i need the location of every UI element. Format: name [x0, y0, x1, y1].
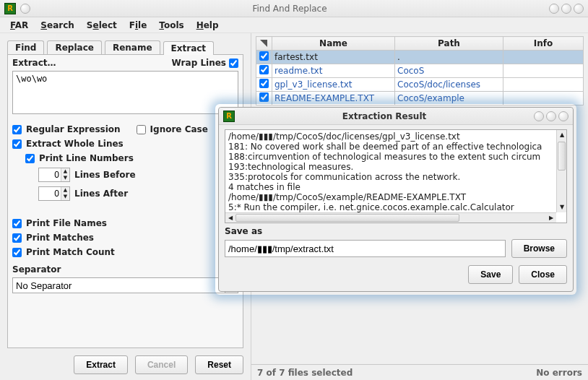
row-checkbox[interactable] — [259, 51, 269, 61]
tab-find[interactable]: Find — [7, 40, 44, 54]
save-button[interactable]: Save — [468, 265, 513, 284]
lines-before-spinner[interactable]: ▲▼ — [38, 168, 70, 182]
spin-up-icon[interactable]: ▲ — [61, 187, 69, 194]
print-matches-checkbox[interactable] — [12, 233, 22, 243]
separator-input[interactable] — [13, 278, 225, 293]
status-files-selected: 7 of 7 files selected — [257, 368, 353, 378]
scroll-up-icon[interactable]: ▲ — [558, 131, 566, 139]
extraction-result-dialog: R Extraction Result /home/▮▮▮/tmp/CocoS/… — [218, 107, 574, 292]
ignore-case-checkbox[interactable] — [137, 125, 146, 134]
result-line: 4 matches in file — [228, 182, 563, 192]
lines-after-input[interactable] — [39, 187, 61, 200]
table-row[interactable]: README-EXAMPLE.TXTCocoS/example — [256, 92, 584, 105]
minimize-icon[interactable] — [534, 111, 544, 121]
menu-help[interactable]: Help — [191, 19, 225, 32]
save-as-input[interactable] — [225, 240, 506, 257]
menu-file[interactable]: File — [124, 19, 153, 32]
tab-rename[interactable]: Rename — [105, 40, 160, 54]
extract-button[interactable]: Extract — [74, 355, 128, 374]
result-line: /home/▮▮▮/tmp/CocoS/example/README-EXAMP… — [228, 192, 563, 202]
dialog-titlebar[interactable]: R Extraction Result — [219, 108, 573, 125]
cell-path: CocoS — [395, 64, 503, 78]
extraction-result-textarea[interactable]: /home/▮▮▮/tmp/CocoS/doc/licenses/gpl_v3_… — [225, 129, 567, 223]
regex-checkbox[interactable] — [12, 125, 22, 134]
file-table[interactable]: Name Path Info fartest.txt.readme.txtCoc… — [256, 36, 584, 105]
table-row[interactable]: readme.txtCocoS — [256, 64, 584, 78]
whole-lines-checkbox[interactable] — [12, 139, 22, 149]
column-info[interactable]: Info — [503, 37, 584, 51]
menu-tools[interactable]: Tools — [153, 19, 189, 32]
reset-button[interactable]: Reset — [195, 355, 243, 374]
ignore-case-label: Ignore Case — [150, 124, 208, 134]
app-icon: R — [223, 111, 235, 122]
tab-bar: Find Replace Rename Extract — [7, 40, 243, 54]
print-match-count-checkbox[interactable] — [12, 248, 22, 257]
maximize-icon[interactable] — [561, 4, 571, 14]
spin-down-icon[interactable]: ▼ — [61, 175, 69, 181]
row-checkbox[interactable] — [259, 79, 269, 88]
separator-label: Separator — [12, 264, 238, 275]
scroll-thumb[interactable] — [558, 142, 566, 170]
result-line: 5:* Run the compiler, i.e. net.gnice.coc… — [228, 202, 563, 212]
menu-select[interactable]: Select — [81, 19, 123, 32]
scroll-right-icon[interactable]: ▶ — [547, 214, 555, 223]
column-name[interactable]: Name — [272, 37, 395, 51]
table-row[interactable]: fartest.txt. — [256, 51, 584, 64]
maximize-icon[interactable] — [546, 111, 556, 121]
column-path[interactable]: Path — [395, 37, 503, 51]
tab-replace[interactable]: Replace — [47, 40, 101, 54]
row-checkbox[interactable] — [259, 65, 269, 74]
cancel-button: Cancel — [135, 355, 188, 374]
left-button-bar: Extract Cancel Reset — [4, 353, 246, 377]
window-menu-icon[interactable] — [20, 4, 30, 14]
result-line: /home/▮▮▮/tmp/CocoS/doc/licenses/gpl_v3_… — [228, 131, 563, 142]
separator-dropdown[interactable]: ▼ — [12, 277, 238, 293]
scroll-left-icon[interactable]: ◀ — [226, 214, 235, 223]
column-select-all[interactable] — [256, 37, 272, 51]
result-line: 335:protocols for communication across t… — [228, 172, 563, 182]
browse-button[interactable]: Browse — [511, 239, 567, 258]
scroll-down-icon[interactable]: ▼ — [558, 203, 566, 212]
close-button[interactable]: Close — [519, 265, 567, 284]
print-line-numbers-label: Print Line Numbers — [39, 153, 134, 163]
close-icon[interactable] — [558, 111, 568, 121]
pattern-input[interactable]: \wo\wo — [12, 71, 238, 114]
wrap-lines-label: Wrap Lines — [172, 58, 226, 68]
result-line: 188:circumvention of technological measu… — [228, 152, 563, 162]
print-matches-label: Print Matches — [26, 233, 94, 243]
app-icon: R — [4, 3, 16, 14]
extract-label: Extract… — [12, 58, 56, 68]
table-row[interactable]: gpl_v3_license.txtCocoS/doc/licenses — [256, 78, 584, 92]
left-pane: Find Replace Rename Extract Extract… Wra… — [0, 33, 251, 380]
cell-name: gpl_v3_license.txt — [272, 78, 395, 92]
cell-info — [503, 51, 584, 64]
scroll-thumb[interactable] — [235, 214, 459, 222]
print-line-numbers-checkbox[interactable] — [25, 154, 35, 163]
dialog-title: Extraction Result — [239, 111, 529, 121]
menubar: FAR Search Select File Tools Help — [0, 17, 588, 33]
regex-label: Regular Expression — [26, 124, 121, 134]
menu-search[interactable]: Search — [35, 19, 79, 32]
lines-before-input[interactable] — [39, 168, 61, 181]
print-file-names-checkbox[interactable] — [12, 219, 22, 228]
spin-up-icon[interactable]: ▲ — [61, 168, 69, 175]
cell-path: . — [395, 51, 503, 64]
window-title: Find And Replace — [35, 4, 545, 14]
whole-lines-label: Extract Whole Lines — [26, 139, 124, 149]
minimize-icon[interactable] — [549, 4, 559, 14]
scrollbar-horizontal[interactable]: ◀ ▶ — [225, 212, 556, 223]
tab-extract[interactable]: Extract — [163, 41, 215, 55]
extract-panel: Extract… Wrap Lines \wo\wo Regular Expre… — [7, 54, 243, 348]
scrollbar-vertical[interactable]: ▲ ▼ — [556, 130, 566, 212]
print-match-count-label: Print Match Count — [26, 247, 115, 257]
main-titlebar[interactable]: R Find And Replace — [0, 0, 588, 17]
menu-far[interactable]: FAR — [4, 19, 34, 32]
cell-path: CocoS/example — [395, 92, 503, 105]
result-line: 193:technological measures. — [228, 162, 563, 172]
wrap-lines-checkbox[interactable] — [229, 59, 238, 68]
cell-info — [503, 78, 584, 92]
close-icon[interactable] — [574, 4, 584, 14]
lines-after-spinner[interactable]: ▲▼ — [38, 186, 70, 201]
spin-down-icon[interactable]: ▼ — [61, 194, 69, 200]
row-checkbox[interactable] — [259, 92, 269, 102]
